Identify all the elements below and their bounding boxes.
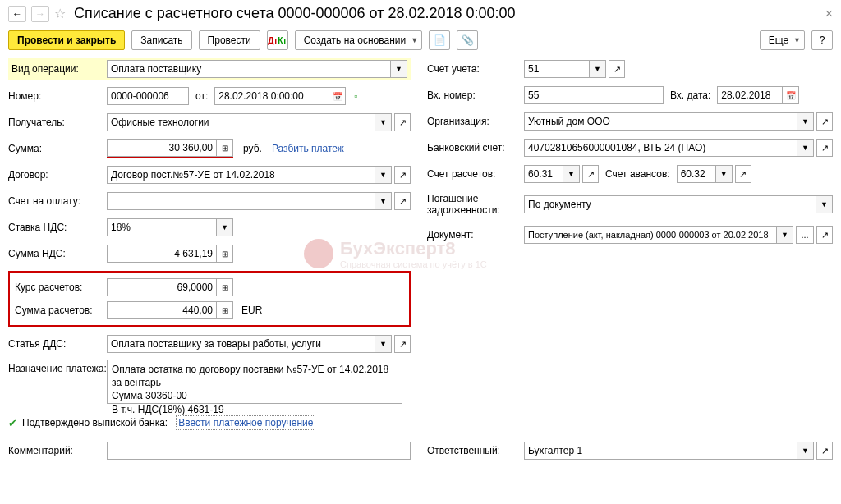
contract-select[interactable]: Договор пост.№57-УЕ от 14.02.2018 [107, 166, 375, 184]
org-select[interactable]: Уютный дом ООО [524, 112, 797, 131]
comment-label: Комментарий: [8, 445, 107, 456]
open-icon[interactable]: ↗ [582, 165, 599, 183]
in-number-label: Вх. номер: [427, 89, 524, 101]
dropdown-arrow-icon[interactable]: ▼ [816, 195, 833, 213]
purpose-textarea[interactable]: Оплата остатка по договору поставки №57-… [107, 360, 402, 404]
dropdown-arrow-icon[interactable]: ▼ [797, 442, 814, 460]
nav-forward-button[interactable]: → [31, 6, 49, 22]
from-label: от: [195, 90, 208, 102]
bank-acc-label: Банковский счет: [427, 142, 524, 153]
doc-select[interactable]: Поступление (акт, накладная) 0000-000003… [524, 226, 777, 244]
op-type-label: Вид операции: [8, 63, 107, 75]
more-button[interactable]: Еще▼ [760, 30, 805, 50]
op-type-select[interactable]: Оплата поставщику [107, 60, 391, 78]
dropdown-arrow-icon[interactable]: ▼ [375, 113, 392, 131]
recipient-label: Получатель: [8, 117, 107, 128]
number-input[interactable]: 0000-000006 [107, 87, 189, 105]
settle-acc-label: Счет расчетов: [427, 168, 524, 180]
open-icon[interactable]: ↗ [816, 442, 833, 460]
dropdown-arrow-icon[interactable]: ▼ [797, 139, 814, 157]
attach-button[interactable]: 📎 [457, 30, 478, 50]
vat-rate-select[interactable]: 18% [107, 218, 217, 236]
calculator-icon[interactable]: ⊞ [217, 278, 233, 296]
confirmed-label: Подтверждено выпиской банка: [22, 417, 168, 428]
rate-input[interactable]: 69,0000 [107, 278, 217, 296]
print-button[interactable]: 📄 [429, 30, 450, 50]
contract-label: Договор: [8, 169, 107, 181]
dropdown-arrow-icon[interactable]: ▼ [375, 166, 392, 184]
calculator-icon[interactable]: ⊞ [217, 245, 233, 263]
checkbox-icon[interactable]: ✔ [8, 417, 17, 429]
calendar-icon[interactable]: 📅 [329, 87, 346, 105]
advance-acc-label: Счет авансов: [605, 168, 670, 180]
nav-back-button[interactable]: ← [8, 6, 26, 22]
open-icon[interactable]: ↗ [609, 60, 625, 78]
dropdown-arrow-icon[interactable]: ▼ [375, 192, 392, 210]
calculator-icon[interactable]: ⊞ [217, 301, 233, 319]
dropdown-arrow-icon[interactable]: ▼ [563, 165, 580, 183]
dt-kt-button[interactable]: ДтКт [267, 30, 288, 50]
dds-select[interactable]: Оплата поставщику за товары работы, услу… [107, 335, 375, 353]
debt-label: Погашение задолженности: [427, 193, 524, 217]
status-icon: ▫ [354, 90, 357, 102]
save-button[interactable]: Записать [131, 30, 191, 50]
recipient-select[interactable]: Офисные технологии [107, 113, 375, 131]
close-icon[interactable]: × [825, 7, 833, 21]
account-label: Счет учета: [427, 63, 524, 75]
open-icon[interactable]: ↗ [735, 165, 751, 183]
page-title: Списание с расчетного счета 0000-000006 … [74, 5, 516, 22]
dds-label: Статья ДДС: [8, 338, 107, 350]
calc-sum-input[interactable]: 440,00 [107, 301, 217, 319]
chevron-down-icon: ▼ [411, 36, 418, 44]
responsible-label: Ответственный: [427, 445, 524, 456]
rate-label: Курс расчетов: [15, 282, 107, 293]
dropdown-arrow-icon[interactable]: ▼ [777, 226, 793, 244]
dropdown-arrow-icon[interactable]: ▼ [716, 165, 733, 183]
account-select[interactable]: 51 [524, 60, 590, 78]
enter-order-link[interactable]: Ввести платежное поручение [176, 415, 315, 430]
in-date-label: Вх. дата: [670, 89, 710, 101]
doc-label: Документ: [427, 229, 524, 241]
open-icon[interactable]: ↗ [816, 112, 833, 131]
dropdown-arrow-icon[interactable]: ▼ [797, 112, 814, 131]
in-number-input[interactable]: 55 [524, 86, 664, 104]
open-icon[interactable]: ↗ [394, 335, 411, 353]
dropdown-arrow-icon[interactable]: ▼ [391, 60, 407, 78]
split-payment-link[interactable]: Разбить платеж [272, 143, 344, 154]
responsible-select[interactable]: Бухгалтер 1 [524, 442, 797, 460]
open-icon[interactable]: ↗ [816, 139, 833, 157]
chevron-down-icon: ▼ [793, 36, 801, 44]
invoice-label: Счет на оплату: [8, 195, 107, 207]
advance-acc-select[interactable]: 60.32 [677, 165, 716, 183]
debt-select[interactable]: По документу [524, 195, 816, 213]
calculator-icon[interactable]: ⊞ [217, 139, 233, 157]
org-label: Организация: [427, 116, 524, 127]
submit-close-button[interactable]: Провести и закрыть [8, 30, 125, 50]
dropdown-arrow-icon[interactable]: ▼ [217, 218, 233, 236]
number-label: Номер: [8, 90, 107, 102]
sum-input[interactable]: 30 360,00 [107, 139, 217, 157]
open-icon[interactable]: ↗ [394, 113, 411, 131]
open-icon[interactable]: ↗ [394, 192, 411, 210]
favorite-icon[interactable]: ☆ [54, 6, 66, 21]
calc-sum-label: Сумма расчетов: [15, 305, 107, 316]
bank-acc-select[interactable]: 40702810656000001084, ВТБ 24 (ПАО) [524, 139, 797, 157]
vat-sum-input[interactable]: 4 631,19 [107, 245, 217, 263]
invoice-select[interactable] [107, 192, 375, 210]
submit-button[interactable]: Провести [199, 30, 260, 50]
open-icon[interactable]: ↗ [394, 166, 411, 184]
dropdown-arrow-icon[interactable]: ▼ [590, 60, 606, 78]
date-input[interactable]: 28.02.2018 0:00:00 [214, 87, 329, 105]
calc-currency-label: EUR [241, 305, 262, 316]
settle-acc-select[interactable]: 60.31 [524, 165, 563, 183]
currency-label: руб. [243, 143, 262, 154]
in-date-input[interactable]: 28.02.2018 [717, 86, 783, 104]
dots-button[interactable]: ... [796, 226, 814, 244]
create-based-button[interactable]: Создать на основании▼ [295, 30, 422, 50]
comment-input[interactable] [107, 442, 411, 460]
open-icon[interactable]: ↗ [816, 226, 833, 244]
dropdown-arrow-icon[interactable]: ▼ [375, 335, 392, 353]
help-button[interactable]: ? [811, 30, 833, 50]
vat-sum-label: Сумма НДС: [8, 248, 107, 259]
calendar-icon[interactable]: 📅 [783, 86, 799, 104]
